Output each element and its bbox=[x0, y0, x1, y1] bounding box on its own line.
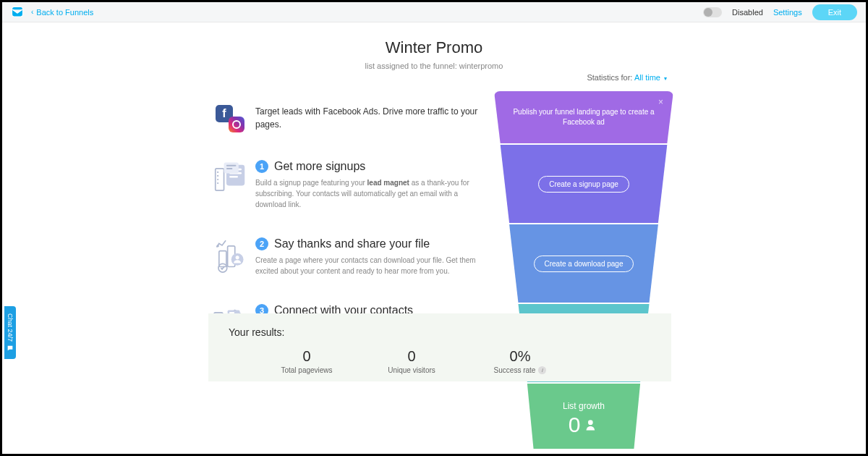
app-logo-icon bbox=[11, 6, 24, 19]
step-2-desc: Create a page where your contacts can do… bbox=[255, 255, 485, 276]
svg-rect-10 bbox=[226, 165, 237, 166]
funnel-stage-ads: × Publish your funnel landing page to cr… bbox=[494, 91, 673, 143]
stats-filter: Statistics for: All time ▾ bbox=[587, 73, 667, 82]
back-to-funnels-link[interactable]: ‹ Back to Funnels bbox=[31, 8, 93, 17]
step-2-title: Say thanks and share your file bbox=[274, 237, 430, 250]
svg-point-2 bbox=[217, 175, 218, 177]
result-total-pageviews: 0 Total pageviews bbox=[263, 348, 350, 374]
create-signup-page-button[interactable]: Create a signup page bbox=[538, 176, 629, 193]
close-icon[interactable]: × bbox=[658, 97, 663, 107]
funnel-diagram: × Publish your funnel landing page to cr… bbox=[494, 91, 673, 449]
svg-rect-8 bbox=[229, 176, 238, 178]
step-2: 2 Say thanks and share your file Create … bbox=[205, 237, 494, 276]
share-file-icon bbox=[210, 237, 250, 276]
result-success-rate: 0% Success ratei bbox=[473, 348, 567, 374]
svg-point-24 bbox=[588, 420, 593, 425]
funnel-enabled-toggle[interactable] bbox=[703, 7, 722, 17]
exit-button[interactable]: Exit bbox=[812, 4, 857, 20]
svg-point-1 bbox=[217, 172, 218, 173]
chat-bubble-icon bbox=[7, 345, 14, 352]
step-intro: f Target leads with Facebook Ads. Drive … bbox=[205, 105, 494, 132]
svg-point-3 bbox=[217, 179, 218, 180]
stats-filter-value: All time bbox=[634, 73, 660, 82]
step-number-badge: 1 bbox=[255, 160, 268, 173]
stats-filter-prefix: Statistics for: bbox=[587, 73, 632, 82]
back-link-label: Back to Funnels bbox=[36, 8, 93, 17]
settings-link[interactable]: Settings bbox=[773, 8, 802, 17]
step-1-title: Get more signups bbox=[274, 160, 365, 173]
result-unique-visitors: 0 Unique visitors bbox=[365, 348, 459, 374]
chat-support-tab[interactable]: Chat 24/7 bbox=[4, 306, 16, 359]
create-download-page-button[interactable]: Create a download page bbox=[534, 256, 634, 272]
info-icon[interactable]: i bbox=[538, 366, 546, 374]
funnel-ads-message: Publish your funnel landing page to crea… bbox=[494, 107, 673, 127]
step-number-badge: 2 bbox=[255, 237, 268, 250]
signup-form-icon bbox=[210, 160, 250, 199]
chat-tab-label: Chat 24/7 bbox=[7, 313, 14, 342]
page-title: Winter Promo bbox=[2, 38, 866, 57]
svg-rect-0 bbox=[216, 169, 224, 190]
funnel-stage-signup: Create a signup page bbox=[494, 145, 673, 223]
svg-point-16 bbox=[236, 256, 239, 259]
step-1-desc: Build a signup page featuring your lead … bbox=[255, 177, 485, 210]
list-growth-label: List growth bbox=[563, 401, 605, 411]
stats-filter-dropdown[interactable]: All time ▾ bbox=[634, 73, 667, 82]
chevron-left-icon: ‹ bbox=[31, 8, 33, 16]
svg-rect-11 bbox=[226, 168, 232, 169]
results-title: Your results: bbox=[229, 326, 651, 338]
toggle-state-label: Disabled bbox=[732, 8, 763, 17]
funnel-stage-list-growth: List growth 0 bbox=[494, 384, 673, 449]
step-intro-desc: Target leads with Facebook Ads. Drive mo… bbox=[255, 105, 485, 131]
svg-point-4 bbox=[217, 182, 218, 184]
funnel-stage-download: Create a download page bbox=[494, 224, 673, 303]
list-growth-value: 0 bbox=[569, 413, 581, 437]
person-icon bbox=[584, 418, 599, 432]
step-1: 1 Get more signups Build a signup page f… bbox=[205, 160, 494, 210]
results-panel: Your results: 0 Total pageviews 0 Unique… bbox=[208, 313, 671, 381]
page-subtitle: list assigned to the funnel: winterpromo bbox=[2, 62, 866, 70]
facebook-instagram-icon: f bbox=[216, 105, 244, 132]
topbar: ‹ Back to Funnels Disabled Settings Exit bbox=[2, 2, 866, 22]
chevron-down-icon: ▾ bbox=[664, 75, 667, 82]
